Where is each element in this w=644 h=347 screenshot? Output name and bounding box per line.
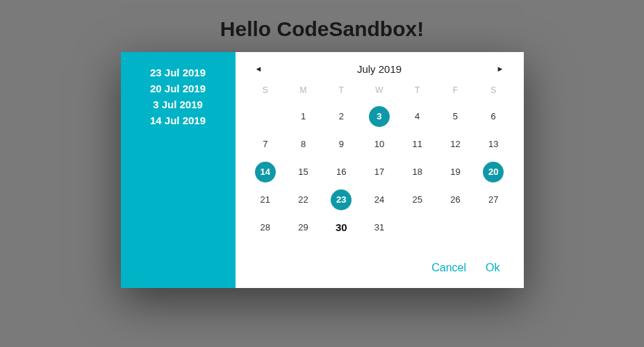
day-of-week-header: S bbox=[474, 81, 513, 101]
day-of-week-header: W bbox=[361, 81, 399, 101]
calendar-cell: 31 bbox=[361, 216, 399, 239]
calendar-cell: 29 bbox=[284, 216, 322, 239]
calendar-day[interactable]: 25 bbox=[407, 189, 428, 210]
modal-overlay: 23 Jul 2019 20 Jul 2019 3 Jul 2019 14 Ju… bbox=[0, 0, 644, 347]
calendar-day[interactable]: 12 bbox=[445, 134, 465, 155]
calendar-cell: 17 bbox=[361, 160, 399, 184]
calendar-cell: 20 bbox=[474, 160, 513, 184]
calendar-day[interactable]: 18 bbox=[407, 162, 428, 183]
dialog-actions: Cancel Ok bbox=[247, 248, 513, 278]
calendar-day[interactable]: 19 bbox=[445, 162, 465, 183]
calendar-cell: 23 bbox=[322, 188, 361, 212]
day-of-week-header: F bbox=[436, 81, 474, 101]
calendar-day[interactable]: 8 bbox=[293, 134, 314, 155]
calendar-grid: SMTWTFS123456789101112131415161718192021… bbox=[247, 81, 513, 239]
calendar-header: ◄ July 2019 ► bbox=[247, 62, 513, 81]
selected-date-item[interactable]: 3 Jul 2019 bbox=[121, 96, 236, 112]
calendar-cell bbox=[398, 216, 436, 239]
calendar-day[interactable]: 11 bbox=[407, 134, 428, 155]
calendar-cell: 13 bbox=[474, 133, 513, 156]
selected-date-item[interactable]: 14 Jul 2019 bbox=[121, 112, 236, 128]
calendar-day[interactable]: 13 bbox=[483, 134, 504, 155]
calendar-cell: 7 bbox=[247, 133, 285, 156]
calendar-cell bbox=[474, 216, 513, 239]
calendar-cell: 15 bbox=[284, 160, 322, 184]
calendar-day[interactable]: 16 bbox=[331, 162, 352, 183]
calendar-cell: 2 bbox=[322, 105, 361, 128]
calendar-day[interactable]: 10 bbox=[369, 134, 390, 155]
calendar-day[interactable]: 6 bbox=[483, 106, 504, 127]
calendar-day[interactable]: 3 bbox=[369, 106, 390, 127]
selected-dates-sidebar: 23 Jul 2019 20 Jul 2019 3 Jul 2019 14 Ju… bbox=[121, 52, 236, 288]
calendar-day[interactable]: 27 bbox=[483, 189, 504, 210]
calendar-cell: 3 bbox=[361, 105, 399, 128]
calendar-day[interactable]: 14 bbox=[255, 162, 276, 183]
calendar-day[interactable]: 30 bbox=[331, 217, 352, 238]
calendar-day[interactable]: 29 bbox=[293, 217, 314, 238]
day-of-week-header: T bbox=[398, 81, 436, 101]
calendar-cell: 30 bbox=[322, 216, 361, 239]
calendar-day[interactable]: 1 bbox=[293, 106, 314, 127]
month-label[interactable]: July 2019 bbox=[357, 63, 402, 75]
calendar-cell: 25 bbox=[398, 188, 436, 212]
calendar-cell: 28 bbox=[247, 216, 285, 239]
calendar-panel: ◄ July 2019 ► SMTWTFS1234567891011121314… bbox=[236, 52, 524, 288]
calendar-cell: 4 bbox=[398, 105, 436, 128]
calendar-cell bbox=[436, 216, 474, 239]
calendar-cell: 16 bbox=[322, 160, 361, 184]
calendar-cell: 27 bbox=[474, 188, 513, 212]
calendar-cell: 19 bbox=[436, 160, 474, 184]
datepicker-dialog: 23 Jul 2019 20 Jul 2019 3 Jul 2019 14 Ju… bbox=[121, 52, 524, 288]
calendar-cell: 14 bbox=[247, 160, 285, 184]
calendar-day[interactable]: 2 bbox=[331, 106, 352, 127]
day-of-week-header: M bbox=[284, 81, 322, 101]
calendar-day[interactable]: 5 bbox=[445, 106, 465, 127]
calendar-day[interactable]: 24 bbox=[369, 189, 390, 210]
prev-month-icon[interactable]: ◄ bbox=[251, 62, 267, 76]
calendar-cell: 24 bbox=[361, 188, 399, 212]
calendar-cell: 5 bbox=[436, 105, 474, 128]
calendar-day[interactable]: 21 bbox=[255, 189, 276, 210]
calendar-cell bbox=[247, 105, 285, 128]
calendar-cell: 21 bbox=[247, 188, 285, 212]
calendar-day[interactable]: 26 bbox=[445, 189, 465, 210]
next-month-icon[interactable]: ► bbox=[493, 62, 509, 76]
calendar-cell: 1 bbox=[284, 105, 322, 128]
calendar-day[interactable]: 22 bbox=[293, 189, 314, 210]
calendar-day[interactable]: 15 bbox=[293, 162, 314, 183]
day-of-week-header: T bbox=[322, 81, 361, 101]
calendar-day[interactable]: 23 bbox=[331, 189, 352, 210]
cancel-button[interactable]: Cancel bbox=[431, 262, 466, 274]
day-of-week-header: S bbox=[247, 81, 285, 101]
calendar-cell: 6 bbox=[474, 105, 513, 128]
calendar-cell: 8 bbox=[284, 133, 322, 156]
calendar-cell: 12 bbox=[436, 133, 474, 156]
calendar-day[interactable]: 9 bbox=[331, 134, 352, 155]
calendar-day[interactable]: 31 bbox=[369, 217, 390, 238]
calendar-day[interactable]: 28 bbox=[255, 217, 276, 238]
calendar-cell: 10 bbox=[361, 133, 399, 156]
calendar-day[interactable]: 17 bbox=[369, 162, 390, 183]
calendar-cell: 22 bbox=[284, 188, 322, 212]
calendar-cell: 9 bbox=[322, 133, 361, 156]
calendar-day[interactable]: 4 bbox=[407, 106, 428, 127]
calendar-cell: 26 bbox=[436, 188, 474, 212]
calendar-day[interactable]: 7 bbox=[255, 134, 276, 155]
ok-button[interactable]: Ok bbox=[486, 262, 499, 274]
selected-date-item[interactable]: 20 Jul 2019 bbox=[121, 81, 236, 96]
calendar-cell: 18 bbox=[398, 160, 436, 184]
calendar-day[interactable]: 20 bbox=[483, 162, 504, 183]
calendar-cell: 11 bbox=[398, 133, 436, 156]
selected-date-item[interactable]: 23 Jul 2019 bbox=[121, 65, 236, 81]
